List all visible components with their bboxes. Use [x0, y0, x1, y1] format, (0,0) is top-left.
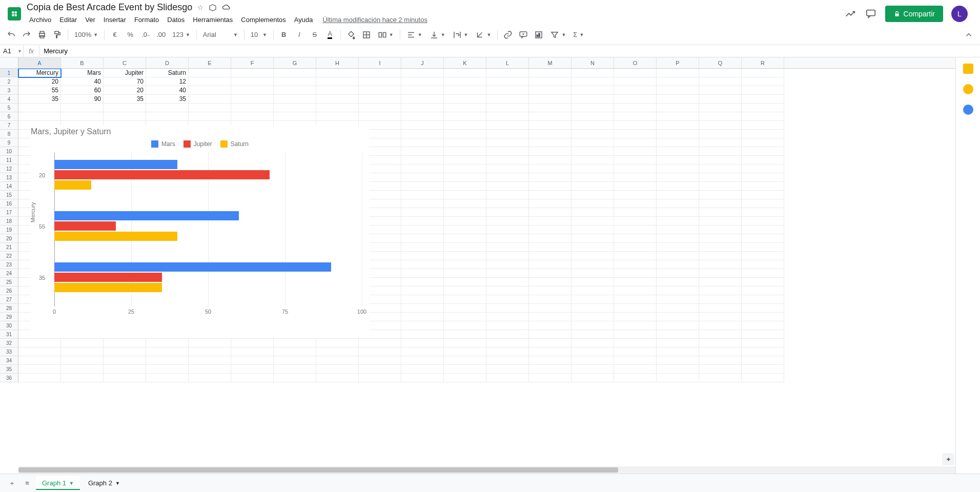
cell[interactable] [657, 365, 699, 374]
cell[interactable] [614, 69, 657, 77]
cell[interactable] [61, 374, 104, 382]
cell[interactable] [657, 95, 699, 104]
cell[interactable] [104, 112, 146, 121]
cell[interactable] [742, 243, 784, 252]
cell[interactable] [699, 217, 742, 225]
cell[interactable] [657, 278, 699, 286]
row-header[interactable]: 1 [0, 69, 18, 77]
cell[interactable]: 90 [61, 95, 104, 104]
col-header-N[interactable]: N [571, 57, 614, 68]
cell[interactable] [657, 165, 699, 173]
cell[interactable] [571, 199, 614, 208]
cell[interactable] [699, 374, 742, 382]
cell[interactable] [274, 95, 316, 104]
cell[interactable] [529, 182, 571, 191]
menu-archivo[interactable]: Archivo [26, 14, 55, 26]
cell[interactable] [486, 112, 529, 121]
menu-datos[interactable]: Datos [164, 14, 188, 26]
row-header[interactable]: 18 [0, 217, 18, 225]
name-box[interactable]: A1 ▼ [0, 45, 24, 57]
cell[interactable] [571, 77, 614, 86]
cell[interactable] [274, 374, 316, 382]
cell[interactable] [18, 104, 61, 112]
cell[interactable] [529, 147, 571, 156]
cell[interactable]: Mercury [18, 69, 61, 77]
cell[interactable] [657, 77, 699, 86]
cell[interactable] [316, 112, 359, 121]
currency-button[interactable]: € [108, 28, 122, 42]
cell[interactable] [231, 95, 274, 104]
cell[interactable] [571, 286, 614, 295]
cell[interactable] [529, 138, 571, 147]
cell[interactable] [614, 104, 657, 112]
cell[interactable] [104, 339, 146, 347]
font-size-dropdown[interactable]: 10 ▼ [248, 28, 270, 42]
cell[interactable] [486, 339, 529, 347]
cell[interactable] [699, 182, 742, 191]
cell[interactable] [444, 269, 486, 278]
row-header[interactable]: 26 [0, 286, 18, 295]
cell[interactable] [699, 86, 742, 95]
cell[interactable] [614, 286, 657, 295]
cell[interactable] [742, 225, 784, 234]
cell[interactable] [614, 304, 657, 313]
cell[interactable]: 40 [146, 86, 189, 95]
cell[interactable] [359, 95, 401, 104]
cell[interactable]: 20 [18, 77, 61, 86]
cell[interactable] [699, 156, 742, 165]
keep-icon[interactable] [963, 64, 973, 74]
cell[interactable] [359, 77, 401, 86]
cell[interactable] [444, 112, 486, 121]
cell[interactable] [444, 330, 486, 339]
cell[interactable] [486, 347, 529, 356]
cell[interactable] [401, 295, 444, 304]
row-header[interactable]: 19 [0, 225, 18, 234]
bold-button[interactable]: B [277, 28, 291, 42]
cell[interactable] [699, 339, 742, 347]
cell[interactable] [614, 243, 657, 252]
cell[interactable] [316, 339, 359, 347]
row-header[interactable]: 24 [0, 269, 18, 278]
cell[interactable] [571, 156, 614, 165]
cell[interactable] [571, 269, 614, 278]
cell[interactable] [316, 95, 359, 104]
cell[interactable] [146, 347, 189, 356]
cell[interactable] [742, 365, 784, 374]
cell[interactable]: 20 [104, 86, 146, 95]
cell[interactable] [699, 199, 742, 208]
cell[interactable]: 12 [146, 77, 189, 86]
cell[interactable] [401, 330, 444, 339]
cell[interactable] [699, 321, 742, 330]
add-sheet-button[interactable]: ＋ [4, 476, 19, 491]
all-sheets-button[interactable]: ≡ [19, 476, 35, 491]
text-rotation-button[interactable]: ▼ [472, 28, 494, 42]
cell[interactable] [189, 112, 231, 121]
cell[interactable] [657, 69, 699, 77]
row-header[interactable]: 32 [0, 339, 18, 347]
row-header[interactable]: 8 [0, 130, 18, 138]
cell[interactable] [699, 295, 742, 304]
row-header[interactable]: 5 [0, 104, 18, 112]
cell[interactable] [401, 225, 444, 234]
cell[interactable] [529, 356, 571, 365]
cell[interactable] [486, 191, 529, 199]
cell[interactable] [699, 112, 742, 121]
cell[interactable] [61, 112, 104, 121]
cell[interactable] [401, 77, 444, 86]
cell[interactable] [274, 356, 316, 365]
cell[interactable] [444, 191, 486, 199]
cell[interactable] [231, 112, 274, 121]
col-header-I[interactable]: I [359, 57, 401, 68]
cell[interactable] [699, 252, 742, 260]
cell[interactable]: 35 [146, 95, 189, 104]
cell[interactable] [401, 356, 444, 365]
v-align-button[interactable]: ▼ [426, 28, 448, 42]
cell[interactable] [189, 69, 231, 77]
cell[interactable] [486, 69, 529, 77]
row-header[interactable]: 21 [0, 243, 18, 252]
cell[interactable] [571, 182, 614, 191]
cell[interactable] [486, 182, 529, 191]
cell[interactable] [401, 269, 444, 278]
row-header[interactable]: 31 [0, 330, 18, 339]
cell[interactable]: 60 [61, 86, 104, 95]
